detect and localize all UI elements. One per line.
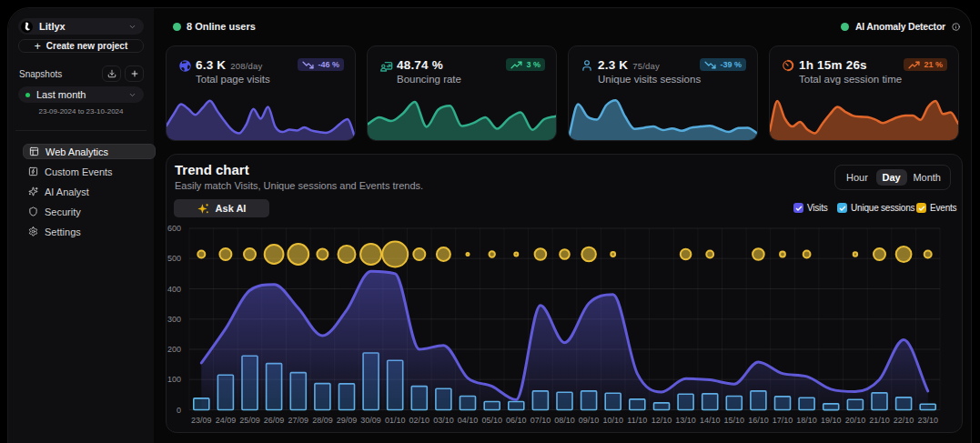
svg-text:10/10: 10/10 (602, 416, 623, 425)
svg-text:16/10: 16/10 (748, 416, 769, 425)
svg-text:24/09: 24/09 (216, 416, 237, 425)
svg-text:23/10: 23/10 (917, 416, 938, 425)
svg-text:07/10: 07/10 (530, 416, 551, 425)
svg-text:22/10: 22/10 (894, 416, 914, 425)
svg-text:23/09: 23/09 (191, 416, 212, 425)
svg-text:13/10: 13/10 (675, 416, 696, 425)
svg-text:300: 300 (167, 315, 181, 324)
svg-text:08/10: 08/10 (554, 416, 575, 425)
svg-text:27/09: 27/09 (288, 416, 309, 425)
svg-text:09/10: 09/10 (579, 416, 600, 425)
svg-text:03/10: 03/10 (433, 416, 454, 425)
svg-text:600: 600 (167, 224, 181, 233)
svg-text:28/09: 28/09 (312, 416, 333, 425)
svg-text:17/10: 17/10 (773, 416, 793, 425)
svg-text:25/09: 25/09 (239, 416, 260, 425)
svg-text:19/10: 19/10 (821, 416, 842, 425)
svg-text:21/10: 21/10 (869, 416, 890, 425)
svg-text:400: 400 (167, 285, 181, 294)
svg-text:500: 500 (167, 254, 181, 263)
svg-text:26/09: 26/09 (264, 416, 285, 425)
svg-text:14/10: 14/10 (700, 416, 721, 425)
svg-text:12/10: 12/10 (652, 416, 672, 425)
svg-text:30/09: 30/09 (360, 416, 381, 425)
svg-text:04/10: 04/10 (458, 416, 479, 425)
svg-text:05/10: 05/10 (481, 416, 502, 425)
svg-text:200: 200 (167, 345, 181, 354)
svg-text:100: 100 (167, 375, 181, 384)
svg-text:15/10: 15/10 (724, 416, 745, 425)
svg-text:18/10: 18/10 (796, 416, 817, 425)
svg-text:11/10: 11/10 (627, 416, 647, 425)
svg-text:20/10: 20/10 (845, 416, 866, 425)
svg-text:0: 0 (177, 406, 181, 415)
svg-text:06/10: 06/10 (506, 416, 527, 425)
svg-text:29/09: 29/09 (337, 416, 358, 425)
svg-text:02/10: 02/10 (409, 416, 430, 425)
svg-text:01/10: 01/10 (385, 416, 406, 425)
